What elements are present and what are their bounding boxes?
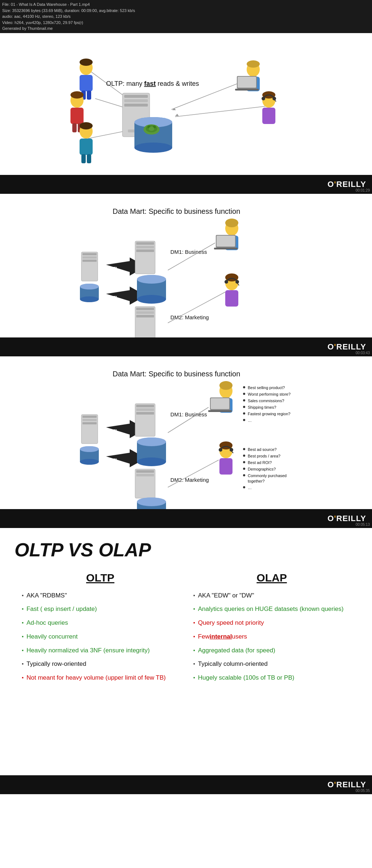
- slide-3-svg: Data Mart: Specific to business function…: [0, 356, 372, 509]
- svg-point-74: [137, 295, 166, 304]
- svg-point-147: [243, 419, 245, 421]
- olap-bullet-1: AKA "EDW" or "DW": [193, 591, 350, 600]
- svg-text:ETL: ETL: [110, 457, 119, 463]
- svg-rect-39: [124, 95, 148, 98]
- svg-text:Best ad ROI?: Best ad ROI?: [248, 460, 272, 465]
- svg-point-96: [225, 280, 228, 284]
- svg-point-121: [137, 437, 166, 446]
- oreilly-logo-2: O'REILLY: [327, 342, 366, 352]
- svg-point-12: [80, 59, 93, 66]
- slide-2: Data Mart: Specific to business function…: [0, 194, 372, 337]
- svg-rect-79: [136, 311, 154, 314]
- oreilly-logo-bottom: O'REILLY: [327, 780, 366, 789]
- svg-text:Demographics?: Demographics?: [248, 467, 276, 471]
- svg-point-75: [137, 275, 166, 284]
- svg-rect-71: [136, 249, 154, 252]
- svg-point-160: [243, 461, 245, 463]
- svg-rect-103: [82, 416, 97, 418]
- svg-text:Worst performing store?: Worst performing store?: [248, 392, 291, 396]
- svg-rect-41: [124, 104, 148, 107]
- oltp-bullet-7: Not meant for heavy volume (upper limit …: [22, 673, 179, 682]
- olap-column: OLAP AKA "EDW" or "DW" Analytics queries…: [186, 572, 357, 688]
- oltp-bullet-5: Heavily normalized via 3NF (ensure integ…: [22, 646, 179, 655]
- file-info-line4: Video: h264, yuv420p, 1280x720, 29.97 fp…: [2, 20, 370, 26]
- olap-bullet-6: Typically column-oriented: [193, 660, 350, 668]
- svg-text:…: …: [248, 418, 252, 423]
- svg-rect-136: [208, 410, 232, 412]
- svg-point-129: [137, 497, 166, 506]
- svg-rect-69: [136, 242, 154, 245]
- svg-rect-135: [211, 398, 229, 409]
- svg-text:ETL: ETL: [110, 295, 119, 300]
- file-info-line3: audio: aac, 44100 Hz, stereo, 123 kb/s: [2, 13, 370, 20]
- svg-rect-105: [82, 422, 97, 424]
- timestamp-2: 00:03:43: [356, 351, 370, 355]
- svg-text:Best ad source?: Best ad source?: [248, 447, 277, 452]
- svg-point-153: [219, 448, 222, 452]
- svg-rect-19: [72, 123, 77, 132]
- svg-text:Shipping times?: Shipping times?: [248, 405, 276, 409]
- svg-rect-31: [235, 89, 259, 91]
- black-bar-2: O'REILLY 00:03:43: [0, 337, 372, 356]
- svg-rect-117: [136, 412, 154, 415]
- svg-rect-13: [80, 75, 93, 91]
- oltp-header: OLTP: [22, 572, 179, 584]
- comparison-table: OLTP AKA "RDBMS" Fast ( esp insert / upd…: [15, 572, 357, 688]
- svg-text:Fastest growing region?: Fastest growing region?: [248, 412, 290, 416]
- timestamp-1: 00:01:29: [356, 188, 370, 192]
- svg-rect-95: [225, 290, 238, 307]
- main-title: OLTP VS OLAP: [15, 539, 357, 561]
- svg-text:Sales commissions?: Sales commissions?: [248, 399, 284, 403]
- file-info-line5: Generated by Thumbnail.me: [2, 25, 370, 32]
- svg-point-109: [80, 446, 99, 452]
- svg-point-63: [80, 284, 99, 289]
- svg-text:Best selling product?: Best selling product?: [248, 385, 285, 390]
- black-bar-1: O'REILLY 00:01:29: [0, 175, 372, 194]
- svg-rect-77: [135, 307, 155, 337]
- svg-point-167: [243, 486, 245, 488]
- svg-point-46: [134, 143, 172, 153]
- svg-point-108: [80, 459, 99, 465]
- svg-rect-91: [214, 248, 238, 249]
- oltp-bullet-3: Ad-hoc queries: [22, 619, 179, 627]
- olap-bullet-5: Aggregated data (for speed): [193, 646, 350, 655]
- olap-bullet-2: Analytics queries on HUGE datasets (know…: [193, 605, 350, 613]
- svg-text:DM2: Marketing: DM2: Marketing: [170, 314, 209, 320]
- svg-rect-23: [80, 139, 93, 155]
- svg-text:Commonly purchased: Commonly purchased: [248, 473, 287, 478]
- svg-rect-70: [136, 246, 154, 248]
- slide-1-svg: OLTP: many fast reads & writes: [0, 33, 372, 175]
- svg-rect-57: [82, 253, 97, 255]
- svg-rect-18: [70, 108, 84, 124]
- svg-rect-90: [217, 236, 235, 247]
- oltp-bullet-list: AKA "RDBMS" Fast ( esp insert / update) …: [22, 591, 179, 683]
- svg-text:ETL: ETL: [110, 266, 119, 271]
- svg-point-139: [243, 393, 245, 395]
- bottom-bar: O'REILLY 00:05:35: [0, 775, 372, 794]
- svg-point-17: [70, 91, 84, 99]
- slide-3: Data Mart: Specific to business function…: [0, 356, 372, 509]
- svg-point-52: [149, 127, 154, 131]
- timestamp-3: 00:05:13: [356, 523, 370, 527]
- svg-rect-40: [124, 99, 148, 102]
- olap-bullet-list: AKA "EDW" or "DW" Analytics queries on H…: [193, 591, 350, 683]
- olap-bullet-7: Hugely scalable (100s of TB or PB): [193, 673, 350, 682]
- svg-rect-123: [135, 469, 155, 498]
- svg-text:DM1: Business: DM1: Business: [170, 411, 207, 417]
- svg-rect-30: [238, 77, 256, 88]
- svg-rect-80: [136, 315, 154, 317]
- svg-point-62: [80, 296, 99, 302]
- svg-text:Data Mart: Specific to busines: Data Mart: Specific to business function: [113, 207, 240, 215]
- svg-point-22: [80, 122, 93, 129]
- svg-text:together?: together?: [248, 479, 264, 483]
- svg-text:DM2: Marketing: DM2: Marketing: [170, 477, 209, 483]
- svg-point-132: [219, 381, 232, 390]
- oreilly-logo-3: O'REILLY: [327, 514, 366, 523]
- svg-point-162: [243, 468, 245, 470]
- svg-rect-104: [82, 419, 97, 421]
- file-info-line1: File: 01 - What Is A Data Warehouse - Pa…: [2, 1, 370, 8]
- svg-rect-24: [81, 154, 86, 163]
- svg-rect-125: [136, 474, 154, 476]
- oltp-bullet-1: AKA "RDBMS": [22, 591, 179, 600]
- file-info-bar: File: 01 - What Is A Data Warehouse - Pa…: [0, 0, 372, 33]
